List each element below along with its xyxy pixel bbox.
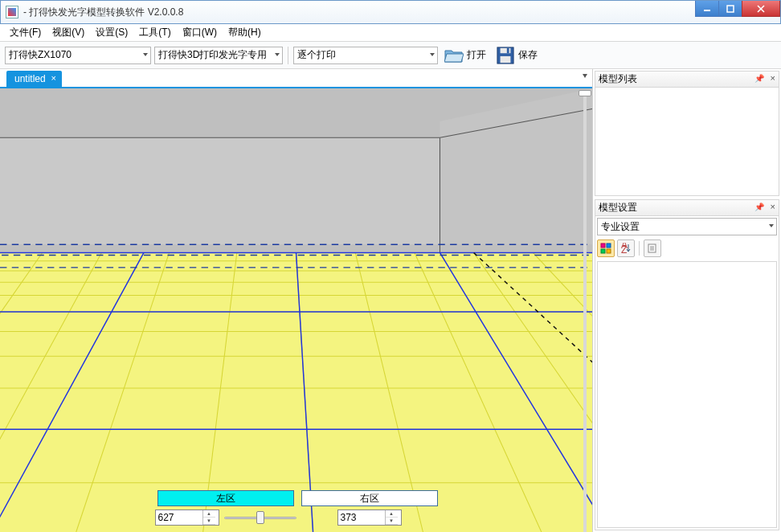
slider-thumb[interactable] xyxy=(256,511,264,524)
toolbar-separator xyxy=(288,47,288,64)
settings-toolbar: AZ xyxy=(597,239,777,258)
spinner-buttons[interactable]: ▲▼ xyxy=(202,510,215,525)
model-list-panel: 模型列表 📌 × xyxy=(595,71,779,196)
model-mode-dropdown[interactable]: 打得快3D打印发光字专用 xyxy=(154,47,283,64)
right-panel-stack: 模型列表 📌 × 模型设置 📌 × 专业设置 AZ xyxy=(593,69,781,532)
menu-file[interactable]: 文件(F) xyxy=(5,24,46,41)
svg-rect-46 xyxy=(607,243,611,248)
pin-icon[interactable]: 📌 xyxy=(754,203,764,211)
chevron-down-icon xyxy=(769,224,774,227)
folder-open-icon xyxy=(444,47,464,63)
close-icon xyxy=(757,5,765,13)
printer-model-value: 打得快ZX1070 xyxy=(9,48,72,62)
close-button[interactable] xyxy=(742,1,780,17)
menu-bar: 文件(F) 视图(V) 设置(S) 工具(T) 窗口(W) 帮助(H) xyxy=(0,24,781,42)
left-value-spinner[interactable]: ▲▼ xyxy=(155,509,219,526)
open-button[interactable]: 打开 xyxy=(441,45,489,66)
app-icon xyxy=(6,6,18,18)
svg-rect-45 xyxy=(601,243,605,248)
tab-label: untitled xyxy=(14,73,46,84)
toolbar: 打得快ZX1070 打得快3D打印发光字专用 逐个打印 打开 保存 xyxy=(0,42,781,69)
right-value-input[interactable] xyxy=(338,510,385,525)
categorized-icon xyxy=(600,243,611,254)
zone-slider[interactable] xyxy=(224,509,296,526)
main-area: untitled × xyxy=(0,69,781,532)
model-list-body[interactable] xyxy=(595,88,779,195)
tab-close-icon[interactable]: × xyxy=(49,73,59,83)
floppy-save-icon xyxy=(496,47,515,64)
chevron-down-icon xyxy=(430,53,435,56)
pages-icon xyxy=(647,243,658,254)
right-zone-button[interactable]: 右区 xyxy=(301,490,438,506)
window-titlebar: - 打得快发光字模型转换软件 V2.0.0.8 xyxy=(0,0,781,24)
alphabetical-view-button[interactable]: AZ xyxy=(617,239,635,257)
panel-close-icon[interactable]: × xyxy=(771,202,775,211)
save-button[interactable]: 保存 xyxy=(493,45,541,66)
3d-viewport[interactable]: 左区 ▲▼ 右区 xyxy=(0,88,592,532)
menu-tools[interactable]: 工具(T) xyxy=(134,24,175,41)
left-value-input[interactable] xyxy=(156,510,202,525)
minimize-button[interactable] xyxy=(695,1,719,17)
save-label: 保存 xyxy=(518,48,538,62)
tabstrip-overflow-icon[interactable] xyxy=(583,74,587,78)
viewport-scene xyxy=(0,88,592,532)
model-list-title: 模型列表 xyxy=(599,72,637,86)
chevron-down-icon xyxy=(275,53,280,56)
print-mode-value: 逐个打印 xyxy=(297,48,336,62)
svg-text:Z: Z xyxy=(621,244,627,254)
minimize-icon xyxy=(703,5,711,13)
window-title: - 打得快发光字模型转换软件 V2.0.0.8 xyxy=(23,6,183,19)
zone-control-panel: 左区 ▲▼ 右区 xyxy=(155,490,438,526)
spinner-buttons[interactable]: ▲▼ xyxy=(385,510,398,525)
menu-window[interactable]: 窗口(W) xyxy=(178,24,222,41)
property-pages-button[interactable] xyxy=(644,239,661,257)
vertical-slider[interactable] xyxy=(578,88,592,532)
model-list-header: 模型列表 📌 × xyxy=(595,72,779,88)
menu-settings[interactable]: 设置(S) xyxy=(91,24,133,41)
menu-help[interactable]: 帮助(H) xyxy=(223,24,266,41)
model-settings-header: 模型设置 📌 × xyxy=(595,200,779,216)
svg-rect-48 xyxy=(607,249,611,253)
open-label: 打开 xyxy=(467,48,486,62)
menu-view[interactable]: 视图(V) xyxy=(47,24,89,41)
sort-az-icon: AZ xyxy=(620,243,632,254)
model-mode-value: 打得快3D打印发光字专用 xyxy=(158,48,267,62)
printer-model-dropdown[interactable]: 打得快ZX1070 xyxy=(5,47,151,64)
svg-marker-9 xyxy=(0,137,440,244)
print-mode-dropdown[interactable]: 逐个打印 xyxy=(293,47,438,64)
vertical-slider-track xyxy=(583,92,587,532)
svg-rect-1 xyxy=(727,6,734,12)
settings-mode-dropdown[interactable]: 专业设置 xyxy=(597,218,777,235)
categorized-view-button[interactable] xyxy=(597,239,615,257)
pin-icon[interactable]: 📌 xyxy=(754,74,764,83)
tab-untitled[interactable]: untitled × xyxy=(6,71,62,87)
property-grid[interactable] xyxy=(597,261,777,528)
svg-rect-47 xyxy=(601,249,605,253)
left-zone-button[interactable]: 左区 xyxy=(157,490,294,506)
viewport-pane: untitled × xyxy=(0,69,593,532)
maximize-icon xyxy=(726,5,734,13)
panel-close-icon[interactable]: × xyxy=(771,73,775,83)
chevron-down-icon xyxy=(143,53,148,56)
right-value-spinner[interactable]: ▲▼ xyxy=(337,509,402,526)
svg-rect-6 xyxy=(507,47,509,52)
window-buttons xyxy=(695,1,780,18)
vertical-slider-thumb[interactable] xyxy=(579,90,591,96)
document-tabstrip: untitled × xyxy=(0,69,592,87)
toolbar-separator xyxy=(639,241,640,256)
model-settings-panel: 模型设置 📌 × 专业设置 AZ xyxy=(595,199,779,530)
model-settings-title: 模型设置 xyxy=(599,201,637,215)
settings-mode-value: 专业设置 xyxy=(601,220,640,234)
svg-rect-7 xyxy=(501,55,511,62)
maximize-button[interactable] xyxy=(718,1,742,17)
